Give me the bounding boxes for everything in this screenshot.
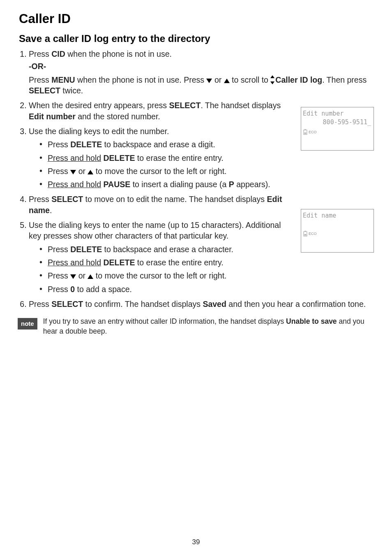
arrow-up-icon bbox=[88, 170, 93, 174]
svg-rect-2 bbox=[304, 132, 307, 134]
step3-bullet4: Press and hold PAUSE to insert a dialing… bbox=[39, 179, 373, 190]
battery-icon bbox=[303, 129, 308, 135]
note-badge: note bbox=[18, 318, 37, 329]
eco-label: ECO bbox=[309, 231, 317, 237]
step-6: Press SELECT to confirm. The handset dis… bbox=[29, 299, 373, 309]
screen1-line2: 800-595-9511_ bbox=[303, 118, 372, 127]
or-label: -OR- bbox=[29, 61, 373, 72]
screen2-line1: Edit name bbox=[303, 211, 372, 220]
arrow-up-icon bbox=[88, 274, 93, 279]
page-title: Caller ID bbox=[19, 12, 373, 26]
step3-bullet2: Press and hold DELETE to erase the entir… bbox=[39, 153, 373, 163]
arrow-down-icon bbox=[206, 79, 212, 83]
arrow-down-icon bbox=[70, 274, 76, 279]
updown-icon bbox=[270, 77, 275, 83]
step5-bullet4: Press 0 to add a space. bbox=[39, 284, 373, 295]
step-1: Press CID when the phone is not in use. … bbox=[29, 49, 373, 96]
section-heading: Save a caller ID log entry to the direct… bbox=[19, 33, 373, 44]
svg-rect-5 bbox=[304, 234, 307, 236]
step5-bullet3: Press or to move the cursor to the left … bbox=[39, 270, 373, 281]
arrow-up-icon bbox=[224, 79, 230, 83]
handset-screen-edit-number: Edit number 800-595-9511_ ECO bbox=[301, 107, 374, 151]
eco-label: ECO bbox=[309, 130, 317, 135]
status-row: ECO bbox=[303, 231, 372, 237]
step5-bullet2: Press and hold DELETE to erase the entir… bbox=[39, 257, 373, 268]
arrow-down-icon bbox=[70, 170, 76, 174]
handset-screen-edit-name: Edit name ECO bbox=[301, 209, 374, 253]
step3-bullet3: Press or to move the cursor to the left … bbox=[39, 166, 373, 176]
status-row: ECO bbox=[303, 129, 372, 135]
battery-icon bbox=[303, 231, 308, 237]
note-block: note If you try to save an entry without… bbox=[18, 317, 373, 336]
screen1-line1: Edit number bbox=[303, 109, 372, 118]
note-text: If you try to save an entry without call… bbox=[43, 317, 373, 336]
page-number: 39 bbox=[0, 538, 392, 546]
step-1-alt: Press MENU when the phone is not in use.… bbox=[29, 74, 373, 96]
